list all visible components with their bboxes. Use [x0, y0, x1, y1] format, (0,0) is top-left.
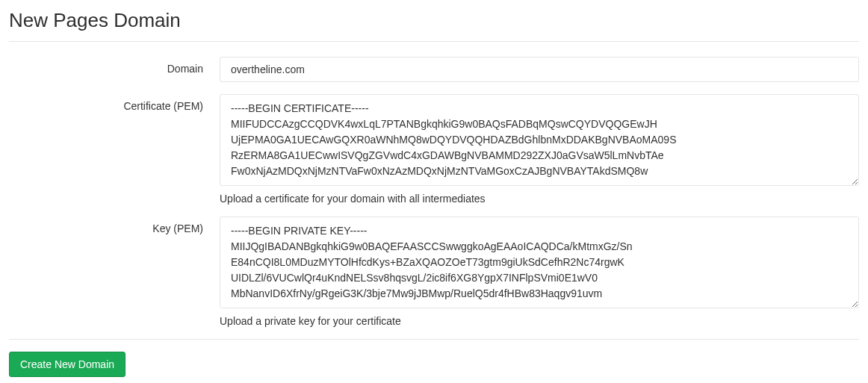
page-title: New Pages Domain: [9, 9, 859, 42]
certificate-label: Certificate (PEM): [9, 94, 220, 112]
certificate-field-group: Certificate (PEM) -----BEGIN CERTIFICATE…: [9, 94, 859, 205]
domain-label: Domain: [9, 57, 220, 75]
create-domain-button[interactable]: Create New Domain: [9, 352, 125, 377]
domain-field-group: Domain: [9, 57, 859, 82]
certificate-textarea[interactable]: -----BEGIN CERTIFICATE----- MIIFUDCCAzgC…: [220, 94, 859, 186]
form-footer: Create New Domain: [9, 339, 859, 377]
key-help-text: Upload a private key for your certificat…: [220, 315, 859, 327]
key-textarea[interactable]: -----BEGIN PRIVATE KEY----- MIIJQgIBADAN…: [220, 217, 859, 308]
certificate-help-text: Upload a certificate for your domain wit…: [220, 193, 859, 205]
domain-input[interactable]: [220, 57, 859, 82]
key-field-group: Key (PEM) -----BEGIN PRIVATE KEY----- MI…: [9, 217, 859, 327]
key-label: Key (PEM): [9, 217, 220, 234]
